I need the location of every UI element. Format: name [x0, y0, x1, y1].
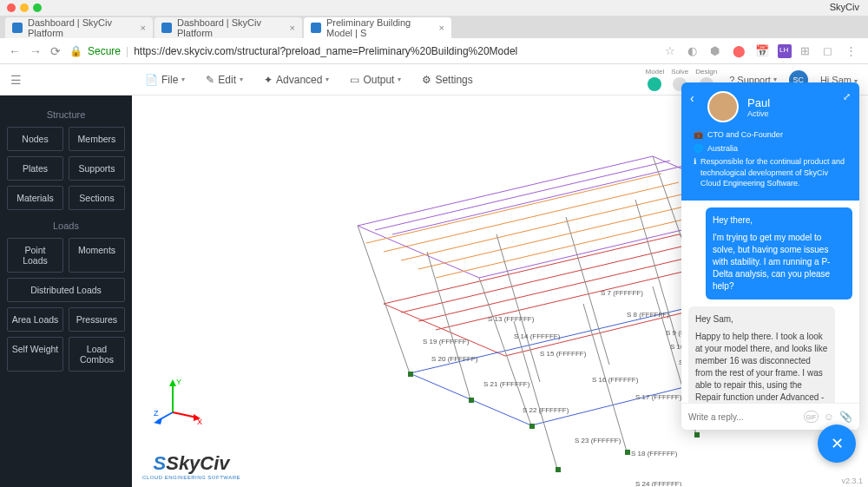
browser-toolbar-icons: ☆ ◐ ⬢ ⬤ 📅 LH ⊞ ◻ ⋮ [665, 44, 859, 58]
svg-line-44 [173, 412, 197, 418]
browser-tabs: Dashboard | SkyCiv Platform× Dashboard |… [0, 16, 868, 38]
extension-icon[interactable]: LH [778, 44, 792, 58]
gear-icon: ⚙ [422, 74, 431, 86]
svg-text:S 18 (FFFFFF): S 18 (FFFFFF) [631, 450, 678, 457]
agent-message: Hey Sam, Happy to help there. I took a l… [688, 306, 835, 403]
chat-close-fab[interactable]: ✕ [818, 424, 856, 463]
svg-rect-16 [625, 450, 630, 455]
plates-button[interactable]: Plates [7, 156, 63, 181]
emoji-icon[interactable]: ☺ [824, 411, 834, 423]
browser-tab-active[interactable]: Preliminary Building Model | S× [304, 17, 451, 38]
tab-title: Preliminary Building Model | S [326, 17, 434, 38]
extension-icon[interactable]: 📅 [755, 44, 769, 58]
members-button[interactable]: Members [69, 127, 125, 151]
browser-tab[interactable]: Dashboard | SkyCiv Platform× [155, 17, 302, 38]
distributed-loads-button[interactable]: Distributed Loads [7, 278, 125, 302]
nodes-button[interactable]: Nodes [7, 127, 63, 151]
svg-text:S 7 (FFFFFF): S 7 (FFFFFF) [601, 289, 643, 297]
supports-button[interactable]: Supports [69, 156, 125, 181]
attach-icon[interactable]: 📎 [839, 411, 852, 423]
agent-role: CTO and Co-Founder [707, 129, 783, 141]
svg-text:Z: Z [154, 409, 159, 418]
close-tab-icon[interactable]: × [141, 23, 146, 33]
globe-icon: 🌐 [694, 143, 703, 155]
advanced-menu[interactable]: ✦Advanced▾ [253, 74, 339, 86]
maximize-window-dot[interactable] [33, 3, 42, 12]
menu-icon[interactable]: ⋮ [845, 44, 859, 58]
point-loads-button[interactable]: Point Loads [7, 238, 63, 273]
minimize-window-dot[interactable] [20, 3, 29, 12]
agent-name: Paul [747, 96, 770, 109]
favicon-icon [161, 23, 172, 33]
extension-icon[interactable]: ◻ [823, 44, 837, 58]
svg-text:S 16 (FFFFFF): S 16 (FFFFFF) [592, 376, 639, 384]
favicon-icon [311, 23, 321, 33]
close-tab-icon[interactable]: × [439, 23, 444, 33]
agent-avatar [707, 91, 739, 122]
load-combos-button[interactable]: Load Combos [69, 337, 125, 372]
output-menu[interactable]: ▭Output▾ [339, 74, 411, 86]
chat-back-icon[interactable]: ‹ [690, 91, 694, 105]
settings-menu[interactable]: ⚙Settings [411, 74, 483, 86]
hamburger-icon[interactable]: ☰ [10, 73, 22, 87]
app-name-corner: SkyCiv [830, 2, 859, 12]
axis-gizmo: Y X Z [154, 378, 202, 426]
pressures-button[interactable]: Pressures [69, 307, 125, 332]
star-icon[interactable]: ☆ [665, 44, 679, 58]
extension-icon[interactable]: ⊞ [800, 44, 814, 58]
model-step-icon[interactable] [648, 77, 661, 91]
chevron-down-icon: ▾ [398, 76, 401, 83]
skyciv-logo: SSkyCivSkyCiv CLOUD ENGINEERING SOFTWARE [142, 452, 240, 480]
svg-marker-47 [154, 418, 162, 424]
extension-icon[interactable]: ⬤ [733, 44, 746, 58]
area-loads-button[interactable]: Area Loads [7, 307, 63, 332]
svg-rect-15 [556, 467, 561, 472]
self-weight-button[interactable]: Self Weight [7, 337, 63, 372]
chevron-down-icon: ▾ [181, 76, 185, 83]
svg-text:X: X [197, 418, 202, 426]
file-icon: 📄 [145, 74, 158, 86]
browser-tab[interactable]: Dashboard | SkyCiv Platform× [5, 17, 153, 38]
chat-expand-icon[interactable]: ⤢ [843, 91, 851, 102]
forward-icon[interactable]: → [30, 44, 42, 58]
chat-messages[interactable]: Hey there, I'm trying to get my model to… [681, 201, 859, 403]
mac-titlebar: SkyCiv [0, 0, 868, 16]
extension-icon[interactable]: ◐ [687, 44, 701, 58]
svg-rect-14 [529, 424, 535, 429]
back-icon[interactable]: ← [9, 44, 21, 58]
sections-button[interactable]: Sections [69, 186, 125, 210]
address-bar: ← → ⟳ 🔒 Secure | https://dev.skyciv.com/… [0, 38, 868, 64]
sidebar-section-structure: Structure [7, 109, 125, 120]
output-icon: ▭ [350, 74, 359, 86]
agent-bio: Responsible for the continual product an… [700, 156, 851, 189]
svg-text:Y: Y [176, 378, 181, 386]
sidebar-section-loads: Loads [7, 220, 125, 231]
version-label: v2.3.1 [841, 477, 863, 485]
chat-header: ‹ ⤢ Paul Active 💼CTO and Co-Founder 🌐Aus… [681, 82, 859, 201]
extension-icon[interactable]: ⬢ [710, 44, 724, 58]
pencil-icon: ✎ [206, 74, 214, 86]
url-field[interactable]: 🔒 Secure | https://dev.skyciv.com/struct… [69, 45, 656, 57]
info-icon: ℹ [694, 156, 696, 168]
reload-icon[interactable]: ⟳ [50, 44, 61, 58]
svg-text:S 21 (FFFFFF): S 21 (FFFFFF) [483, 380, 530, 388]
chat-panel: ‹ ⤢ Paul Active 💼CTO and Co-Founder 🌐Aus… [681, 82, 859, 430]
moments-button[interactable]: Moments [69, 238, 125, 273]
svg-text:S 13 (FFFFFF): S 13 (FFFFFF) [488, 315, 535, 323]
close-tab-icon[interactable]: × [290, 23, 295, 33]
agent-status: Active [747, 109, 770, 118]
gif-button[interactable]: GIF [804, 411, 819, 423]
materials-button[interactable]: Materials [7, 186, 63, 210]
chat-reply-input[interactable] [688, 412, 799, 422]
svg-text:S 24 (FFFFFF): S 24 (FFFFFF) [635, 480, 682, 486]
svg-text:S 8 (FFFFFF): S 8 (FFFFFF) [627, 311, 669, 319]
svg-rect-13 [469, 398, 474, 403]
svg-text:S 23 (FFFFFF): S 23 (FFFFFF) [575, 437, 621, 444]
chevron-down-icon: ▾ [326, 76, 329, 83]
lock-icon: 🔒 [69, 45, 82, 57]
chevron-down-icon: ▾ [240, 76, 243, 83]
close-window-dot[interactable] [7, 3, 16, 12]
msd-label: Model [646, 68, 665, 76]
file-menu[interactable]: 📄File▾ [135, 74, 195, 86]
edit-menu[interactable]: ✎Edit▾ [195, 74, 253, 86]
